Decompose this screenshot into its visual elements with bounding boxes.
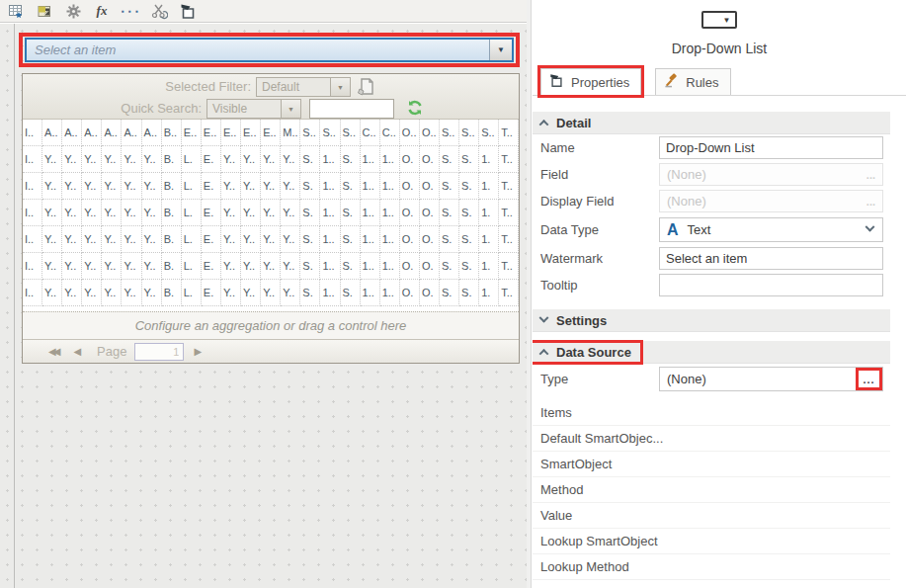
- column-header[interactable]: S..: [300, 120, 320, 146]
- grid-cell[interactable]: Y..: [241, 226, 261, 253]
- grid-cell[interactable]: Y..: [122, 280, 141, 306]
- grid-cell[interactable]: I..: [23, 173, 42, 200]
- grid-cell[interactable]: O.: [420, 200, 440, 226]
- grid-cell[interactable]: 1..: [320, 146, 340, 173]
- grid-cell[interactable]: 1..: [361, 200, 380, 226]
- grid-cell[interactable]: I..: [23, 146, 42, 173]
- form-canvas[interactable]: Select an item ▼ Selected Filter: Defaul…: [0, 24, 527, 588]
- column-header[interactable]: E..: [261, 120, 281, 146]
- grid-cell[interactable]: S.: [300, 146, 320, 173]
- grid-cell[interactable]: S.: [300, 226, 320, 253]
- grid-cell[interactable]: T..: [499, 146, 519, 173]
- grid-cell[interactable]: Y..: [82, 226, 102, 253]
- section-data-source[interactable]: Data Source: [533, 341, 890, 364]
- grid-cell[interactable]: S.: [440, 226, 459, 253]
- column-header[interactable]: B..: [162, 120, 182, 146]
- grid-cell[interactable]: 1.: [479, 226, 499, 253]
- grid-cell[interactable]: Y..: [241, 253, 261, 280]
- grid-cell[interactable]: 1.: [479, 253, 499, 280]
- grid-cell[interactable]: O.: [400, 200, 420, 226]
- grid-cell[interactable]: Y..: [241, 280, 261, 306]
- grid-cell[interactable]: Y..: [261, 200, 281, 226]
- grid-cell[interactable]: Y..: [281, 146, 300, 173]
- grid-cell[interactable]: 1..: [320, 280, 340, 306]
- grid-cell[interactable]: 1..: [361, 173, 380, 200]
- grid-cell[interactable]: Y..: [122, 226, 141, 253]
- grid-cell[interactable]: E.: [202, 253, 221, 280]
- grid-cell[interactable]: Y..: [42, 226, 62, 253]
- grid-cell[interactable]: O.: [400, 173, 420, 200]
- grid-cell[interactable]: Y..: [62, 226, 82, 253]
- grid-cell[interactable]: L.: [182, 173, 202, 200]
- grid-cell[interactable]: S.: [341, 173, 361, 200]
- grid-cell[interactable]: Y..: [102, 280, 122, 306]
- grid-cell[interactable]: S.: [300, 200, 320, 226]
- grid-cell[interactable]: 1..: [380, 280, 400, 306]
- grid-cell[interactable]: Y..: [42, 146, 62, 173]
- selected-filter-dropdown[interactable]: Default ▼: [256, 77, 351, 97]
- filter-page-icon[interactable]: [357, 77, 374, 97]
- grid-cell[interactable]: E.: [202, 146, 221, 173]
- grid-cell[interactable]: 1.: [479, 173, 499, 200]
- grid-cell[interactable]: Y..: [82, 146, 102, 173]
- grid-cell[interactable]: S.: [459, 253, 479, 280]
- settings-gear-icon[interactable]: [64, 2, 82, 20]
- grid-cell[interactable]: E.: [202, 200, 221, 226]
- grid-cell[interactable]: Y..: [62, 146, 82, 173]
- grid-cell[interactable]: E.: [202, 226, 221, 253]
- grid-cell[interactable]: O.: [420, 146, 440, 173]
- column-header[interactable]: S..: [341, 120, 361, 146]
- data-type-select[interactable]: A Text: [659, 217, 883, 242]
- grid-cell[interactable]: B.: [162, 173, 182, 200]
- column-header[interactable]: S..: [459, 120, 479, 146]
- grid-cell[interactable]: B.: [162, 253, 182, 280]
- grid-cell[interactable]: Y..: [102, 226, 122, 253]
- column-header[interactable]: S..: [440, 120, 459, 146]
- grid-cell[interactable]: 1..: [380, 226, 400, 253]
- grid-cell[interactable]: S.: [341, 253, 361, 280]
- grid-cell[interactable]: Y..: [221, 146, 241, 173]
- column-header[interactable]: A..: [142, 120, 162, 146]
- grid-cell[interactable]: I..: [23, 226, 42, 253]
- grid-cell[interactable]: Y..: [102, 200, 122, 226]
- grid-cell[interactable]: L.: [182, 253, 202, 280]
- grid-cell[interactable]: I..: [23, 253, 42, 280]
- grid-cell[interactable]: O.: [400, 146, 420, 173]
- grid-cell[interactable]: Y..: [221, 280, 241, 306]
- grid-cell[interactable]: S.: [440, 253, 459, 280]
- grid-cell[interactable]: T..: [499, 226, 519, 253]
- grid-cell[interactable]: B.: [162, 226, 182, 253]
- grid-cell[interactable]: Y..: [82, 200, 102, 226]
- grid-cell[interactable]: 1..: [320, 173, 340, 200]
- grid-cell[interactable]: Y..: [122, 253, 141, 280]
- grid-cell[interactable]: O.: [420, 253, 440, 280]
- column-header[interactable]: E..: [202, 120, 221, 146]
- grid-cell[interactable]: Y..: [281, 173, 300, 200]
- grid-cell[interactable]: Y..: [142, 173, 162, 200]
- paste-icon[interactable]: [179, 2, 197, 20]
- grid-cell[interactable]: B.: [162, 146, 182, 173]
- grid-cell[interactable]: E.: [202, 280, 221, 306]
- column-header[interactable]: T..: [499, 120, 519, 146]
- grid-cell[interactable]: S.: [440, 200, 459, 226]
- watermark-input[interactable]: [659, 247, 883, 270]
- column-header[interactable]: I..: [23, 120, 42, 146]
- column-header[interactable]: E..: [241, 120, 261, 146]
- grid-cell[interactable]: S.: [341, 200, 361, 226]
- grid-cell[interactable]: Y..: [62, 173, 82, 200]
- grid-cell[interactable]: O.: [400, 226, 420, 253]
- grid-cell[interactable]: Y..: [221, 226, 241, 253]
- grid-cell[interactable]: S.: [440, 280, 459, 306]
- grid-cell[interactable]: O.: [420, 173, 440, 200]
- grid-cell[interactable]: 1..: [380, 146, 400, 173]
- grid-cell[interactable]: 1..: [361, 226, 380, 253]
- grid-cell[interactable]: S.: [459, 173, 479, 200]
- grid-cell[interactable]: Y..: [122, 200, 141, 226]
- ellipsis-icon[interactable]: ▪ ▪ ▪: [122, 2, 139, 20]
- grid-cell[interactable]: S.: [341, 226, 361, 253]
- column-header[interactable]: M..: [281, 120, 300, 146]
- section-detail[interactable]: Detail: [533, 112, 890, 134]
- tab-rules[interactable]: Rules: [655, 68, 730, 95]
- grid-cell[interactable]: Y..: [42, 173, 62, 200]
- grid-cell[interactable]: 1..: [320, 253, 340, 280]
